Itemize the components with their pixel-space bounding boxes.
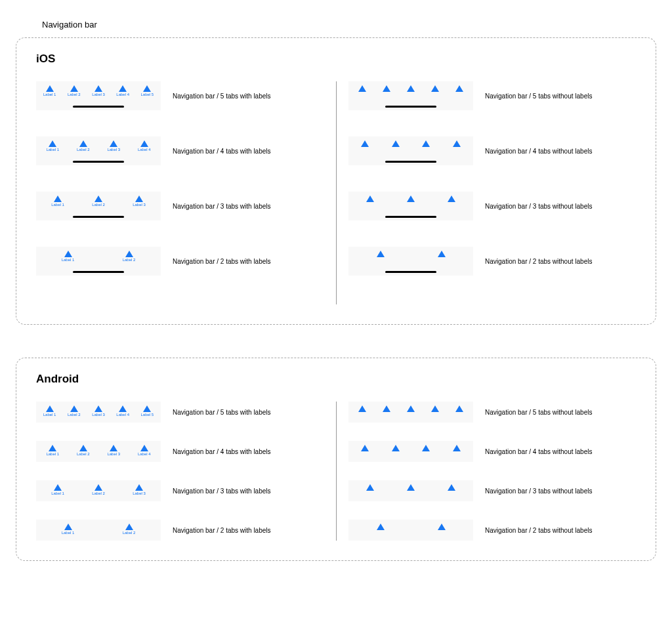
tab[interactable]: Label 3 <box>92 405 105 417</box>
triangle-icon <box>64 251 72 257</box>
tab[interactable] <box>392 445 400 451</box>
column-divider <box>336 402 337 541</box>
tab[interactable]: Label 2 <box>123 524 136 535</box>
triangle-icon <box>431 405 439 412</box>
tab[interactable]: Label 1 <box>46 445 59 456</box>
tab[interactable]: Label 1 <box>43 405 56 417</box>
tab[interactable]: Label 1 <box>62 524 75 535</box>
navbar-android-4-nolabels[interactable] <box>348 441 473 462</box>
tab[interactable] <box>448 484 455 491</box>
tab[interactable] <box>407 405 415 412</box>
navbar-android-3-labels[interactable]: Label 1Label 2Label 3 <box>36 480 161 501</box>
navbar-ios-2-nolabels[interactable] <box>348 247 473 276</box>
navbar-ios-3-nolabels[interactable] <box>348 192 473 220</box>
tab[interactable]: Label 1 <box>51 484 64 495</box>
tab[interactable] <box>438 524 446 530</box>
navbar-row-without-labels: Navigation bar / 3 tabs without labels <box>348 192 636 220</box>
tab[interactable]: Label 2 <box>92 484 105 495</box>
tab[interactable]: Label 3 <box>107 445 120 456</box>
triangle-icon <box>361 140 369 147</box>
tab[interactable] <box>377 251 385 257</box>
tab[interactable] <box>431 405 439 412</box>
navbar-row-with-labels: Label 1Label 2Navigation bar / 2 tabs wi… <box>36 247 324 276</box>
tab[interactable]: Label 4 <box>116 85 129 96</box>
navbar-android-4-labels[interactable]: Label 1Label 2Label 3Label 4 <box>36 441 161 462</box>
home-indicator <box>73 106 124 108</box>
tab[interactable]: Label 4 <box>138 445 151 456</box>
tab-label: Label 2 <box>92 491 105 495</box>
home-indicator <box>73 161 124 163</box>
tab-label: Label 5 <box>141 413 154 417</box>
tab[interactable]: Label 1 <box>46 140 59 152</box>
navbar-ios-3-labels[interactable]: Label 1Label 2Label 3 <box>36 192 161 220</box>
navbar-ios-5-labels[interactable]: Label 1Label 2Label 3Label 4Label 5 <box>36 81 161 110</box>
tab[interactable]: Label 3 <box>133 196 146 207</box>
navbar-ios-2-labels[interactable]: Label 1Label 2 <box>36 247 161 276</box>
tab[interactable] <box>455 85 463 92</box>
tab[interactable] <box>358 85 366 92</box>
navbar-android-3-nolabels[interactable] <box>348 480 473 501</box>
tab[interactable] <box>453 445 461 451</box>
navbar-android-2-labels[interactable]: Label 1Label 2 <box>36 520 161 541</box>
tab[interactable] <box>407 85 415 92</box>
navbar-ios-4-nolabels[interactable] <box>348 136 473 165</box>
navbar-row-with-labels: Label 1Label 2Label 3Label 4Navigation b… <box>36 136 324 165</box>
tab[interactable]: Label 3 <box>133 484 146 495</box>
tab-label: Label 3 <box>92 93 105 96</box>
tab[interactable] <box>377 524 385 530</box>
navbar-ios-5-nolabels[interactable] <box>348 81 473 110</box>
navbar-row-without-labels: Navigation bar / 2 tabs without labels <box>348 247 636 276</box>
tab-label: Label 2 <box>123 258 136 262</box>
navbar-android-5-labels[interactable]: Label 1Label 2Label 3Label 4Label 5 <box>36 402 161 423</box>
tab[interactable] <box>453 140 461 147</box>
triangle-icon <box>70 85 78 92</box>
tab[interactable]: Label 2 <box>92 196 105 207</box>
tab-label: Label 2 <box>68 413 81 417</box>
variant-caption: Navigation bar / 2 tabs without labels <box>485 258 592 265</box>
navbar-row-with-labels: Label 1Label 2Label 3Label 4Label 5Navig… <box>36 402 324 423</box>
tab[interactable] <box>361 445 369 451</box>
tab[interactable] <box>448 196 455 202</box>
tab[interactable]: Label 3 <box>107 140 120 152</box>
tab[interactable]: Label 2 <box>68 85 81 96</box>
tab[interactable]: Label 1 <box>62 251 75 262</box>
tab[interactable] <box>383 85 390 92</box>
tab[interactable] <box>407 484 415 491</box>
triangle-icon <box>143 85 151 92</box>
tab-label: Label 1 <box>46 452 59 456</box>
tab[interactable]: Label 1 <box>43 85 56 96</box>
tab[interactable]: Label 2 <box>68 405 81 417</box>
tab[interactable]: Label 3 <box>92 85 105 96</box>
tab[interactable] <box>366 484 374 491</box>
tab[interactable]: Label 2 <box>77 140 90 152</box>
navbar-android-5-nolabels[interactable] <box>348 402 473 423</box>
tab[interactable] <box>422 445 430 451</box>
tab[interactable]: Label 4 <box>116 405 129 417</box>
tab[interactable] <box>358 405 366 412</box>
tab[interactable]: Label 5 <box>141 405 154 417</box>
tab[interactable] <box>383 405 390 412</box>
tab[interactable] <box>422 140 430 147</box>
tab-label: Label 2 <box>123 531 136 535</box>
triangle-icon <box>49 140 56 147</box>
navbar-android-2-nolabels[interactable] <box>348 520 473 541</box>
tab[interactable] <box>407 196 415 202</box>
tab[interactable] <box>361 140 369 147</box>
tab[interactable]: Label 4 <box>138 140 151 152</box>
tab[interactable]: Label 5 <box>141 85 154 96</box>
tab[interactable] <box>392 140 400 147</box>
navbar-ios-4-labels[interactable]: Label 1Label 2Label 3Label 4 <box>36 136 161 165</box>
triangle-icon <box>422 140 430 147</box>
tab-label: Label 1 <box>43 93 56 96</box>
variant-caption: Navigation bar / 4 tabs without labels <box>485 448 592 455</box>
tab[interactable] <box>438 251 446 257</box>
triangle-icon <box>135 484 143 491</box>
variant-caption: Navigation bar / 3 tabs with labels <box>173 487 271 495</box>
tab[interactable]: Label 2 <box>123 251 136 262</box>
tab[interactable] <box>366 196 374 202</box>
tab[interactable] <box>455 405 463 412</box>
tab[interactable] <box>431 85 439 92</box>
tab[interactable]: Label 1 <box>51 196 64 207</box>
tab[interactable]: Label 2 <box>77 445 90 456</box>
tab-label: Label 1 <box>43 413 56 417</box>
